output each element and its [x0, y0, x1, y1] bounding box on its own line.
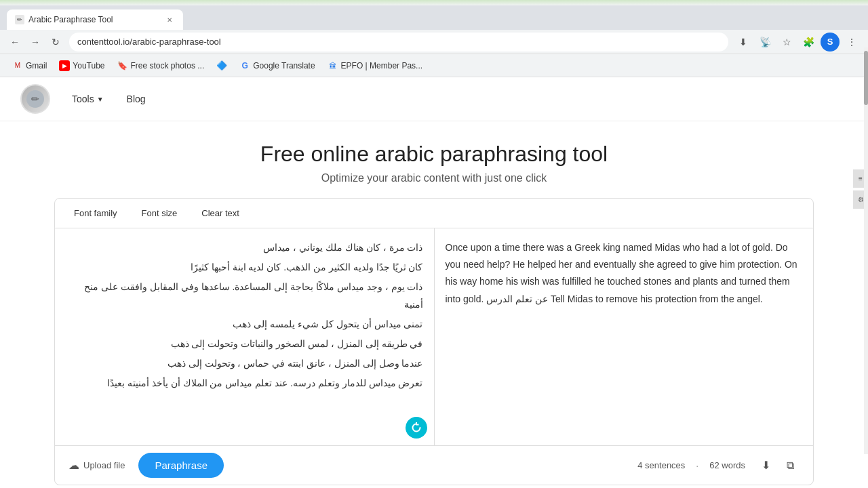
font-family-button[interactable]: Font family: [68, 205, 123, 221]
browser-action-buttons: ⬇ 📡 ☆ 🧩 S ⋮: [734, 33, 861, 52]
bookmark-googletranslate[interactable]: G Google Translate: [234, 58, 320, 74]
scrollbar[interactable]: [864, 47, 868, 454]
bookmark-gmail[interactable]: M Gmail: [7, 58, 52, 74]
tool-panels: ذات مرة ، كان هناك ملك يوناني ، ميداس كا…: [55, 228, 813, 445]
tab-close-button[interactable]: ✕: [164, 14, 175, 25]
output-action-icons: ⬇ ⧉: [756, 456, 800, 475]
nav-blog[interactable]: Blog: [119, 89, 154, 108]
bookmark-gmail-label: Gmail: [26, 61, 47, 70]
words-count: 62 words: [709, 460, 745, 470]
profile-avatar: S: [821, 33, 840, 52]
arabic-input-text: ذات مرة ، كان هناك ملك يوناني ، ميداس كا…: [66, 239, 423, 392]
nav-tools[interactable]: Tools ▼: [64, 89, 112, 108]
gmail-icon: M: [12, 60, 23, 71]
arabic-line-2: كان ثريًا جدًا ولديه الكثير من الذهب. كا…: [66, 259, 423, 276]
page-content: ✏ Tools ▼ Blog Free online arabic paraph…: [0, 77, 868, 488]
tools-dropdown-icon: ▼: [97, 96, 104, 103]
site-header: ✏ Tools ▼ Blog: [0, 77, 868, 121]
menu-button[interactable]: ⋮: [842, 33, 861, 52]
arabic-line-4: تمنى ميداس أن يتحول كل شيء يلمسه إلى ذهب: [66, 316, 423, 333]
bookmark-youtube[interactable]: ▶ YouTube: [54, 58, 110, 74]
freestockphotos-icon: 🔖: [117, 60, 128, 71]
active-tab[interactable]: ✏ Arabic Paraphrase Tool ✕: [7, 9, 183, 30]
profile-picture-button[interactable]: S: [821, 33, 840, 52]
tabs-row: ✏ Arabic Paraphrase Tool ✕: [0, 5, 868, 30]
bookmark-freestockphotos-label: Free stock photos ...: [131, 61, 205, 70]
bookmark-googletranslate-label: Google Translate: [253, 61, 315, 70]
hero-section: Free online arabic paraphrasing tool Opt…: [0, 121, 868, 198]
svg-text:✏: ✏: [31, 94, 39, 104]
separator: ·: [696, 460, 698, 471]
sentences-count: 4 sentences: [637, 460, 685, 470]
upload-label: Upload file: [83, 460, 125, 470]
clear-text-button[interactable]: Clear text: [196, 205, 245, 221]
youtube-icon: ▶: [59, 60, 70, 71]
nav-blog-label: Blog: [127, 94, 146, 104]
upload-icon: ☁: [68, 459, 79, 472]
site-nav: Tools ▼ Blog: [64, 89, 154, 108]
epfo-icon: 🏛: [328, 60, 338, 71]
upload-file-button[interactable]: ☁ Upload file: [68, 459, 125, 472]
logo-icon: ✏: [22, 85, 49, 113]
address-input[interactable]: [69, 33, 728, 52]
copy-output-button[interactable]: ⧉: [781, 456, 800, 475]
chrome-ext-icon: 🔷: [216, 60, 227, 71]
googletranslate-icon: G: [239, 60, 250, 71]
tab-favicon: ✏: [15, 15, 24, 24]
input-panel[interactable]: ذات مرة ، كان هناك ملك يوناني ، ميداس كا…: [55, 228, 435, 445]
site-logo[interactable]: ✏: [20, 84, 50, 114]
tab-title: Arabic Paraphrase Tool: [28, 15, 160, 24]
tool-toolbar: Font family Font size Clear text: [55, 199, 813, 228]
back-button[interactable]: ←: [7, 34, 23, 50]
stats-area: 4 sentences · 62 words ⬇ ⧉: [637, 456, 800, 475]
arabic-line-5: في طريقه إلى المنزل ، لمس الصخور والنبات…: [66, 336, 423, 352]
output-text: Once upon a time there was a Greek king …: [446, 239, 803, 308]
tool-container: Font family Font size Clear text ذات مرة…: [54, 198, 814, 485]
arabic-line-7: تعرض ميداس للدمار وتعلم درسه. عند تعلم م…: [66, 375, 423, 392]
address-bar-row: ← → ↻ ⬇ 📡 ☆ 🧩 S ⋮: [0, 30, 868, 54]
download-page-button[interactable]: ⬇: [734, 33, 753, 52]
forward-button[interactable]: →: [27, 34, 43, 50]
bookmark-epfo[interactable]: 🏛 EPFO | Member Pas...: [322, 58, 428, 74]
browser-controls: ← → ↻: [7, 34, 64, 50]
arabic-line-6: عندما وصل إلى المنزل ، عانق ابنته في حما…: [66, 355, 423, 372]
bookmark-button[interactable]: ☆: [777, 33, 796, 52]
output-panel: Once upon a time there was a Greek king …: [435, 228, 814, 445]
tab-bar-gradient: [0, 0, 868, 5]
arabic-line-3: ذات يوم ، وجد ميداس ملاكًا بحاجة إلى الم…: [66, 279, 423, 312]
nav-tools-label: Tools: [72, 94, 94, 104]
refresh-button[interactable]: [406, 417, 427, 439]
reload-button[interactable]: ↻: [47, 34, 64, 50]
tool-footer: ☁ Upload file Paraphrase 4 sentences · 6…: [55, 445, 813, 485]
extensions-button[interactable]: 🧩: [799, 33, 818, 52]
arabic-line-1: ذات مرة ، كان هناك ملك يوناني ، ميداس: [66, 239, 423, 256]
font-size-button[interactable]: Font size: [136, 205, 183, 221]
bookmark-chrome-ext[interactable]: 🔷: [211, 58, 233, 74]
download-output-button[interactable]: ⬇: [756, 456, 775, 475]
bookmark-youtube-label: YouTube: [73, 61, 104, 70]
scroll-thumb: [864, 51, 868, 105]
bookmark-freestockphotos[interactable]: 🔖 Free stock photos ...: [112, 58, 210, 74]
hero-subtitle: Optimize your arabic content with just o…: [14, 172, 854, 184]
cast-button[interactable]: 📡: [755, 33, 774, 52]
hero-title: Free online arabic paraphrasing tool: [14, 142, 854, 167]
bookmark-epfo-label: EPFO | Member Pas...: [341, 61, 422, 70]
bookmarks-bar: M Gmail ▶ YouTube 🔖 Free stock photos ..…: [0, 54, 868, 77]
paraphrase-button[interactable]: Paraphrase: [138, 453, 224, 478]
